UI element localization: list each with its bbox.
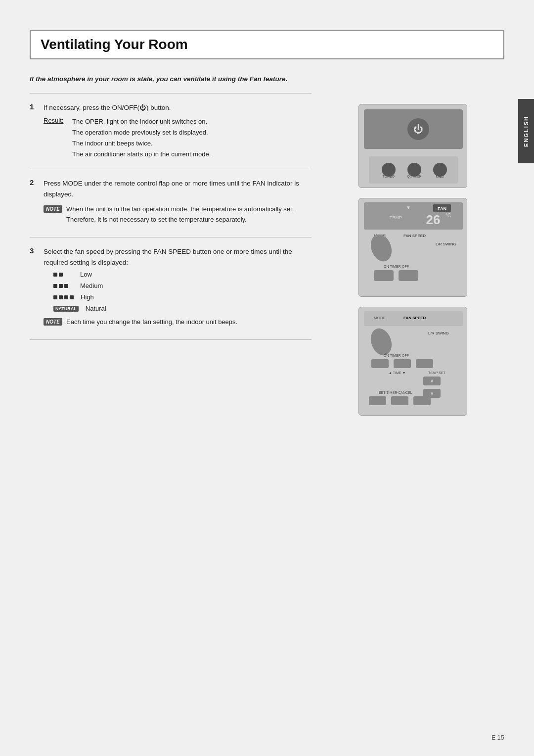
page: ENGLISH Ventilating Your Room If the atm…: [0, 0, 534, 756]
svg-text:FAN: FAN: [438, 206, 446, 211]
natural-badge: NATURAL: [53, 306, 79, 312]
svg-text:°C: °C: [445, 213, 451, 218]
language-tab: ENGLISH: [518, 99, 534, 163]
step-3-section: 3 Select the fan speed by pressing the F…: [30, 237, 312, 331]
note-label-3: NOTE: [44, 318, 62, 326]
step-1-section: 1 If necessary, press the ON/OFF(⏻) butt…: [30, 93, 312, 160]
step-3-number: 3: [30, 246, 39, 331]
medium-label: Medium: [80, 282, 103, 289]
svg-text:∨: ∨: [430, 390, 434, 396]
svg-text:SET·TIMER·CANCEL: SET·TIMER·CANCEL: [379, 391, 412, 394]
page-num-value: 15: [497, 734, 504, 741]
page-number: E 15: [491, 734, 504, 741]
svg-text:FAN SPEED: FAN SPEED: [403, 316, 426, 320]
fan-speed-high: High: [53, 293, 312, 301]
bottom-divider: [30, 339, 312, 349]
natural-label: Natural: [86, 305, 106, 312]
step-2-section: 2 Press MODE under the remote control fl…: [30, 169, 312, 228]
remote-svg-3: MODE FAN SPEED L/R SWING ON-TIMER-OFF: [359, 307, 467, 416]
remote-svg-2: FAN TEMP. 26 °C ▼ MODE FAN SPEED L/R SWI…: [359, 198, 467, 297]
right-column: ⏻ TURBO Q.TIMER MILD: [321, 74, 504, 416]
result-line-4: The air conditioner starts up in the cur…: [72, 149, 211, 160]
step-2-note: NOTE When the unit is in the fan operati…: [44, 204, 312, 225]
svg-rect-45: [413, 396, 431, 405]
svg-rect-34: [394, 359, 411, 368]
step-1: 1 If necessary, press the ON/OFF(⏻) butt…: [30, 102, 312, 160]
fan-speed-medium: Medium: [53, 282, 312, 289]
step-3: 3 Select the fan speed by pressing the F…: [30, 246, 312, 331]
svg-rect-44: [391, 396, 408, 405]
note-text-2: When the unit is in the fan operation mo…: [66, 204, 312, 225]
svg-rect-43: [369, 396, 386, 405]
dot: [53, 295, 57, 299]
high-label: High: [81, 293, 94, 301]
svg-text:MILD: MILD: [436, 175, 445, 178]
step-1-body: If necessary, press the ON/OFF(⏻) button…: [44, 102, 312, 160]
language-label: ENGLISH: [523, 116, 529, 147]
svg-text:▼: ▼: [406, 205, 411, 210]
svg-text:∧: ∧: [430, 378, 434, 383]
svg-text:ON-TIMER-OFF: ON-TIMER-OFF: [384, 354, 409, 357]
result-line-2: The operation mode previously set is dis…: [72, 127, 211, 138]
remote-image-1: ⏻ TURBO Q.TIMER MILD: [358, 104, 467, 188]
svg-text:Q.TIMER: Q.TIMER: [407, 175, 421, 179]
svg-text:L/R SWING: L/R SWING: [436, 242, 456, 246]
left-column: If the atmosphere in your room is stale,…: [30, 74, 312, 416]
intro-text: If the atmosphere in your room is stale,…: [30, 74, 312, 84]
result-label: Result:: [44, 116, 67, 160]
result-block: Result: The OPER. light on the indoor un…: [44, 116, 312, 160]
result-text: The OPER. light on the indoor unit switc…: [72, 116, 211, 160]
step-1-number: 1: [30, 102, 39, 160]
dot: [53, 284, 57, 288]
fan-speed-natural: NATURAL Natural: [53, 305, 312, 312]
dot: [64, 295, 68, 299]
svg-text:FAN SPEED: FAN SPEED: [403, 234, 426, 238]
low-label: Low: [80, 271, 92, 278]
dot: [59, 273, 63, 277]
medium-dots: [53, 284, 73, 288]
svg-rect-33: [371, 359, 389, 368]
step-2-number: 2: [30, 178, 39, 228]
svg-text:ON-TIMER-OFF: ON-TIMER-OFF: [384, 265, 409, 268]
dot: [59, 284, 63, 288]
note-text-3: Each time you change the fan setting, th…: [66, 317, 312, 328]
svg-text:⏻: ⏻: [413, 124, 423, 135]
low-dots: [53, 273, 73, 277]
step-2-instruction: Press MODE under the remote control flap…: [44, 178, 312, 199]
high-dots: [53, 295, 74, 299]
svg-rect-25: [399, 270, 418, 281]
step-3-note: NOTE Each time you change the fan settin…: [44, 317, 312, 328]
step-2: 2 Press MODE under the remote control fl…: [30, 178, 312, 228]
svg-text:TEMP SET: TEMP SET: [428, 371, 446, 375]
svg-text:▲  TIME  ▼: ▲ TIME ▼: [389, 371, 405, 375]
step-3-instruction: Select the fan speed by pressing the FAN…: [44, 246, 312, 268]
remote-image-2: FAN TEMP. 26 °C ▼ MODE FAN SPEED L/R SWI…: [358, 198, 467, 297]
step-2-body: Press MODE under the remote control flap…: [44, 178, 312, 228]
svg-text:26: 26: [426, 212, 441, 227]
svg-text:L/R SWING: L/R SWING: [428, 331, 449, 335]
svg-text:TURBO: TURBO: [383, 175, 395, 178]
dot: [70, 295, 74, 299]
svg-rect-24: [374, 270, 394, 281]
result-line-3: The indoor unit beeps twice.: [72, 138, 211, 149]
fan-speed-low: Low: [53, 271, 312, 278]
two-column-layout: If the atmosphere in your room is stale,…: [30, 74, 504, 416]
step-1-instruction: If necessary, press the ON/OFF(⏻) button…: [44, 102, 312, 113]
note-label-2: NOTE: [44, 205, 62, 213]
dot: [53, 273, 57, 277]
remote-svg-1: ⏻ TURBO Q.TIMER MILD: [359, 104, 467, 188]
title-section: Ventilating Your Room: [30, 30, 504, 59]
svg-rect-35: [416, 359, 433, 368]
svg-text:MODE: MODE: [374, 316, 386, 320]
dot: [64, 284, 68, 288]
dot: [59, 295, 63, 299]
main-content: Ventilating Your Room If the atmosphere …: [30, 30, 504, 742]
step-3-body: Select the fan speed by pressing the FAN…: [44, 246, 312, 331]
svg-text:TEMP.: TEMP.: [390, 215, 402, 220]
page-title: Ventilating Your Room: [41, 37, 493, 52]
remote-image-3: MODE FAN SPEED L/R SWING ON-TIMER-OFF: [358, 307, 467, 416]
result-line-1: The OPER. light on the indoor unit switc…: [72, 116, 211, 127]
